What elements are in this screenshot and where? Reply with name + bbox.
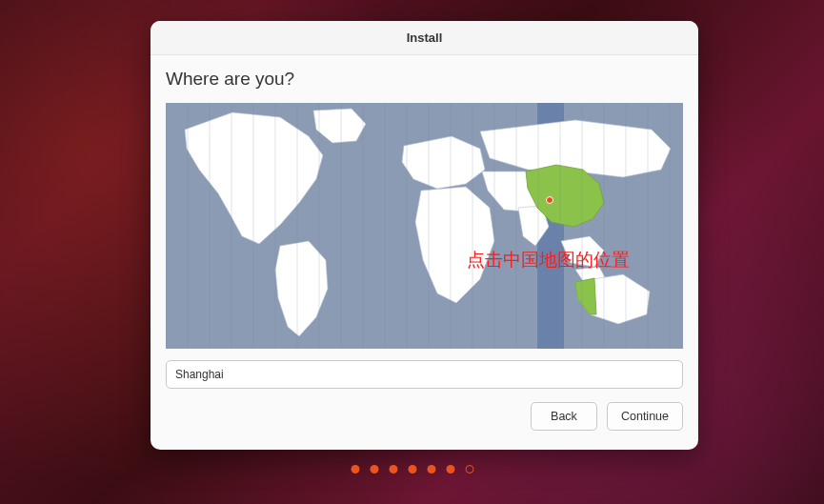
installer-window: Install Where are you?: [151, 21, 698, 450]
desktop-background: Install Where are you?: [0, 0, 824, 504]
page-heading: Where are you?: [166, 69, 683, 90]
progress-dot: [408, 465, 416, 474]
button-row: Back Continue: [166, 402, 683, 431]
progress-dot: [389, 465, 397, 474]
back-button[interactable]: Back: [531, 402, 597, 431]
window-content: Where are you?: [151, 55, 698, 450]
timezone-map[interactable]: 点击中国地图的位置: [166, 103, 683, 349]
progress-dot: [446, 465, 454, 474]
progress-dots: [351, 465, 473, 474]
location-marker: [546, 196, 553, 204]
continue-button[interactable]: Continue: [607, 402, 683, 431]
highlighted-region-wa: [575, 278, 596, 314]
progress-dot: [370, 465, 378, 474]
window-titlebar: Install: [151, 21, 698, 55]
progress-dot: [351, 465, 359, 474]
progress-dot: [427, 465, 435, 474]
window-title: Install: [407, 30, 443, 45]
progress-dot-current: [465, 465, 473, 474]
annotation-text: 点击中国地图的位置: [467, 248, 630, 272]
world-map-svg: [166, 103, 683, 349]
location-input[interactable]: [166, 360, 683, 389]
